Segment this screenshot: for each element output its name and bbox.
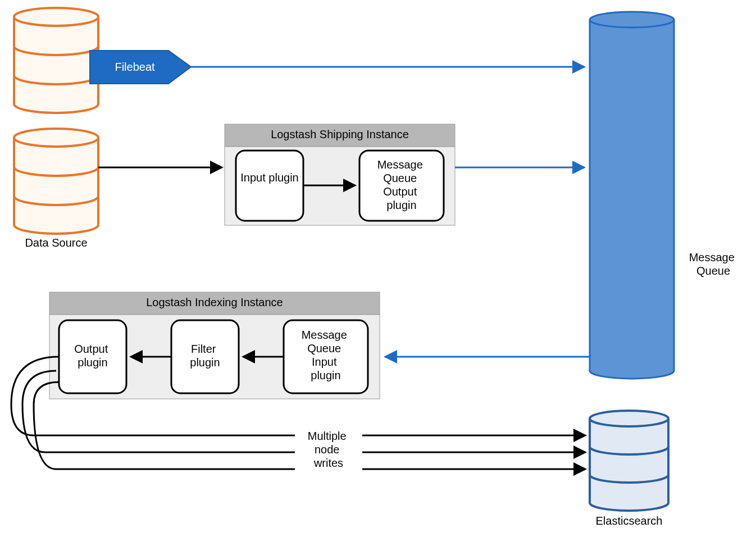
shipping-instance-group: Logstash Shipping Instance Input plugin … <box>225 124 455 225</box>
diagram-canvas: Filebeat Data Source Logstash Shipping I… <box>0 0 756 550</box>
filebeat-label: Filebeat <box>115 61 155 73</box>
data-source-icon <box>14 8 98 113</box>
data-source-icon <box>14 129 98 234</box>
input-plugin-box <box>236 151 303 221</box>
elasticsearch-icon <box>590 411 668 511</box>
indexing-instance-title: Logstash Indexing Instance <box>146 296 283 308</box>
message-queue-icon <box>590 12 674 379</box>
svg-rect-6 <box>14 138 98 225</box>
shipping-instance-title: Logstash Shipping Instance <box>271 128 409 140</box>
svg-rect-1 <box>14 17 98 104</box>
svg-point-21 <box>590 411 668 426</box>
svg-point-14 <box>590 12 674 28</box>
data-source-label: Data Source <box>25 237 87 249</box>
elasticsearch-label: Elasticsearch <box>596 515 663 527</box>
svg-point-7 <box>14 129 98 147</box>
indexing-instance-group: Logstash Indexing Instance Output plugin… <box>49 292 380 399</box>
svg-rect-20 <box>590 419 668 503</box>
svg-point-2 <box>14 8 98 26</box>
svg-rect-13 <box>590 20 674 371</box>
message-queue-label: Message Queue <box>689 251 738 277</box>
input-plugin-label: Input plugin <box>240 171 298 184</box>
filebeat-shape: Filebeat <box>90 51 191 84</box>
